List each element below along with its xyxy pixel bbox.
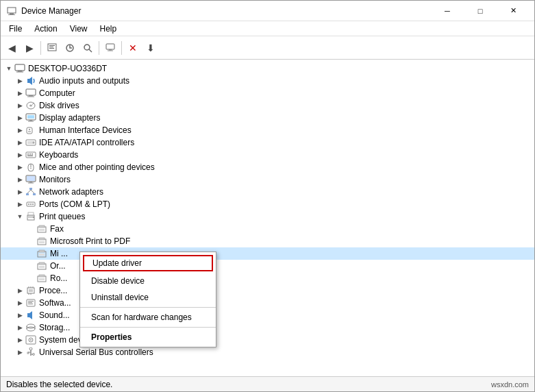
or-icon bbox=[36, 260, 47, 271]
tree-item-hid[interactable]: ▶ Human Interface Devices bbox=[1, 124, 534, 136]
menu-file[interactable]: File bbox=[3, 23, 27, 35]
expand-ports[interactable]: ▶ bbox=[14, 199, 25, 210]
back-button[interactable]: ◀ bbox=[3, 40, 20, 56]
status-bar: Disables the selected device. wsxdn.com bbox=[1, 376, 534, 391]
svg-point-32 bbox=[33, 142, 35, 144]
computer-icon-button[interactable] bbox=[102, 40, 119, 56]
svg-rect-46 bbox=[26, 193, 29, 195]
expand-disk[interactable]: ▶ bbox=[14, 100, 25, 111]
expand-display[interactable]: ▶ bbox=[14, 112, 25, 123]
tree-item-computer[interactable]: ▶ Computer bbox=[1, 87, 534, 99]
svg-point-8 bbox=[84, 45, 90, 50]
svg-rect-13 bbox=[15, 64, 25, 71]
tree-item-usb[interactable]: ▶ Universal Serial Bus controllers bbox=[1, 346, 534, 358]
usb-icon bbox=[25, 347, 36, 358]
window-controls: ─ □ ✕ bbox=[432, 1, 529, 21]
tree-item-disk[interactable]: ▶ Disk drives bbox=[1, 99, 534, 112]
update-driver-button[interactable] bbox=[62, 40, 78, 56]
svg-point-21 bbox=[29, 105, 32, 107]
menu-action[interactable]: Action bbox=[29, 23, 62, 35]
menu-help[interactable]: Help bbox=[95, 23, 123, 35]
status-branding: wsxdn.com bbox=[491, 380, 529, 389]
expand-print-queues[interactable]: ▼ bbox=[14, 211, 25, 222]
expand-root[interactable]: ▼ bbox=[3, 63, 14, 74]
svg-rect-10 bbox=[106, 44, 114, 49]
tree-item-mice[interactable]: ▶ Mice and other pointing devices bbox=[1, 161, 534, 173]
maximize-button[interactable]: □ bbox=[464, 1, 496, 21]
ctx-sep-2 bbox=[80, 327, 216, 328]
svg-line-48 bbox=[27, 190, 31, 193]
ctx-disable-device[interactable]: Disable device bbox=[80, 273, 216, 289]
svg-rect-26 bbox=[28, 121, 34, 122]
disk-label: Disk drives bbox=[39, 101, 534, 110]
ports-icon bbox=[25, 199, 36, 210]
expand-software[interactable]: ▶ bbox=[14, 297, 25, 308]
svg-rect-81 bbox=[28, 301, 34, 302]
toolbar-separator-1 bbox=[40, 41, 41, 55]
device-tree[interactable]: ▼ DESKTOP-UO336DT ▶ Audio inputs and out… bbox=[1, 60, 534, 376]
tree-item-ms-print-pdf[interactable]: Microsoft Print to PDF bbox=[1, 235, 534, 247]
install-button[interactable]: ⬇ bbox=[142, 40, 159, 56]
expand-network[interactable]: ▶ bbox=[14, 186, 25, 197]
svg-point-92 bbox=[29, 347, 32, 350]
hid-icon bbox=[25, 125, 36, 136]
expand-monitors[interactable]: ▶ bbox=[14, 174, 25, 185]
audio-label: Audio inputs and outputs bbox=[39, 76, 534, 86]
expand-ide[interactable]: ▶ bbox=[14, 137, 25, 148]
close-button[interactable]: ✕ bbox=[497, 1, 529, 21]
tree-item-print-queues[interactable]: ▼ Print queues bbox=[1, 210, 534, 223]
svg-rect-0 bbox=[8, 8, 16, 13]
ms-print-icon bbox=[36, 236, 47, 247]
remove-button[interactable]: ✕ bbox=[125, 40, 141, 56]
tree-item-audio[interactable]: ▶ Audio inputs and outputs bbox=[1, 75, 534, 87]
tree-item-monitors[interactable]: ▶ Monitors bbox=[1, 173, 534, 186]
expand-processors[interactable]: ▶ bbox=[14, 285, 25, 296]
svg-rect-74 bbox=[29, 289, 33, 292]
ctx-properties[interactable]: Properties bbox=[80, 329, 216, 345]
minimize-button[interactable]: ─ bbox=[432, 1, 463, 21]
svg-rect-65 bbox=[39, 250, 45, 252]
expand-keyboards[interactable]: ▶ bbox=[14, 149, 25, 160]
tree-item-ports[interactable]: ▶ Ports (COM & LPT) bbox=[1, 198, 534, 210]
svg-line-49 bbox=[31, 190, 34, 193]
computer-label: Computer bbox=[39, 88, 534, 98]
print-queues-label: Print queues bbox=[39, 212, 534, 221]
tree-item-network[interactable]: ▶ Network adapters bbox=[1, 186, 534, 198]
storage-icon bbox=[25, 322, 36, 333]
svg-rect-36 bbox=[32, 154, 33, 155]
mice-label: Mice and other pointing devices bbox=[39, 162, 534, 172]
ctx-scan-hardware[interactable]: Scan for hardware changes bbox=[80, 309, 216, 326]
tree-item-ide[interactable]: ▶ IDE ATA/ATAPI controllers bbox=[1, 136, 534, 149]
svg-point-40 bbox=[30, 168, 32, 169]
svg-rect-63 bbox=[39, 241, 45, 243]
svg-point-88 bbox=[27, 327, 35, 331]
expand-audio[interactable]: ▶ bbox=[14, 75, 25, 86]
forward-button[interactable]: ▶ bbox=[21, 40, 38, 56]
expand-storage[interactable]: ▶ bbox=[14, 322, 25, 333]
tree-item-keyboards[interactable]: ▶ Keyboards bbox=[1, 149, 534, 161]
expand-sound[interactable]: ▶ bbox=[14, 310, 25, 321]
hid-label: Human Interface Devices bbox=[39, 125, 534, 135]
tree-item-display[interactable]: ▶ Display adapters bbox=[1, 112, 534, 124]
toolbar: ◀ ▶ bbox=[1, 36, 534, 60]
svg-rect-34 bbox=[27, 154, 29, 155]
expand-system-devices[interactable]: ▶ bbox=[14, 334, 25, 345]
expand-usb[interactable]: ▶ bbox=[14, 347, 25, 358]
expand-computer[interactable]: ▶ bbox=[14, 88, 25, 99]
ctx-uninstall-device[interactable]: Uninstall device bbox=[80, 289, 216, 306]
expand-hid[interactable]: ▶ bbox=[14, 125, 25, 136]
tree-item-fax[interactable]: Fax bbox=[1, 223, 534, 235]
menu-bar: File Action View Help bbox=[1, 21, 534, 36]
ide-icon bbox=[25, 137, 36, 148]
scan-button[interactable] bbox=[79, 40, 96, 56]
open-properties-button[interactable] bbox=[44, 40, 60, 56]
svg-rect-43 bbox=[29, 182, 32, 183]
ctx-update-driver[interactable]: Update driver bbox=[83, 255, 213, 271]
menu-view[interactable]: View bbox=[64, 23, 93, 35]
svg-rect-47 bbox=[33, 193, 36, 195]
svg-point-28 bbox=[29, 129, 30, 130]
svg-rect-96 bbox=[27, 352, 29, 354]
tree-root[interactable]: ▼ DESKTOP-UO336DT bbox=[1, 62, 534, 75]
expand-mice[interactable]: ▶ bbox=[14, 162, 25, 173]
display-icon bbox=[25, 112, 36, 123]
